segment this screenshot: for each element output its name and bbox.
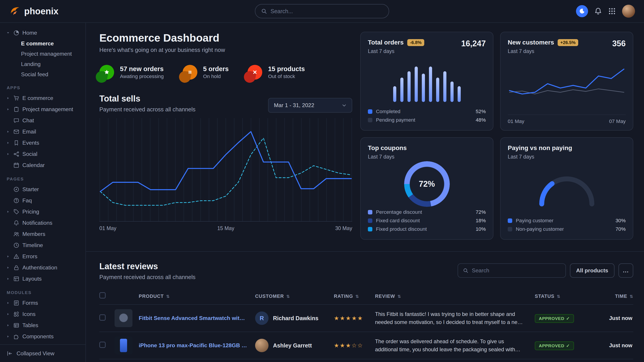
user-avatar[interactable] (622, 5, 635, 18)
brand[interactable]: phoenix (9, 5, 58, 17)
row-checkbox[interactable] (99, 314, 106, 321)
sidebar-item-landing[interactable]: Landing (6, 59, 81, 69)
row-checkbox[interactable] (99, 342, 106, 348)
table-icon (14, 323, 19, 328)
total-orders-bar-chart (368, 54, 486, 107)
sidebar-item-faq[interactable]: Faq (6, 195, 81, 206)
date-range-select[interactable]: Mar 1 - 31, 2022 (268, 98, 352, 113)
total-sells-chart: 01 May15 May30 May (99, 118, 352, 231)
legend-label: Non-paying customer (516, 226, 564, 232)
sidebar-item-timeline[interactable]: Timeline (6, 240, 81, 251)
caret-right-icon (6, 324, 10, 327)
legend-item: Percentage discount72% (368, 208, 486, 216)
card-period: Last 7 days (508, 48, 578, 54)
legend-value: 52% (476, 109, 486, 114)
sidebar-item-tables[interactable]: Tables (6, 320, 81, 331)
product-link[interactable]: iPhone 13 pro max-Pacific Blue-128GB sto… (139, 342, 255, 349)
all-products-button[interactable]: All products (570, 263, 614, 278)
page-title: Ecommerce Dashboard (99, 32, 352, 44)
sidebar-item-email[interactable]: Email (6, 126, 81, 137)
legend-value: 70% (616, 226, 626, 232)
table-row (99, 359, 633, 362)
sidebar-item-chat[interactable]: Chat (6, 115, 81, 126)
sidebar-item-notifications[interactable]: Notifications (6, 217, 81, 229)
column-header-customer[interactable]: CUSTOMER ⇅ (255, 294, 334, 299)
x-axis-label: 30 May (335, 225, 352, 231)
date-range-value: Mar 1 - 31, 2022 (274, 102, 314, 108)
legend-swatch (508, 227, 512, 231)
collapse-sidebar-button[interactable]: Collapsed View (0, 344, 86, 362)
table-row: iPhone 13 pro max-Pacific Blue-128GB sto… (99, 332, 633, 359)
legend-swatch (508, 218, 512, 223)
caret-right-icon (6, 96, 10, 100)
sidebar-item-social-feed[interactable]: Social feed (6, 69, 81, 80)
stat-awating-processing: 57 new ordersAwating processing (99, 65, 164, 80)
sidebar-item-members[interactable]: Members (6, 229, 81, 240)
column-header-time[interactable]: TIME ⇅ (596, 294, 633, 299)
search-icon (261, 8, 267, 14)
sidebar-item-errors[interactable]: Errors (6, 251, 81, 262)
search-input[interactable] (270, 8, 383, 14)
caret-right-icon (6, 152, 10, 156)
legend-item: Pending payment48% (368, 116, 486, 124)
reviews-subtitle: Payment received across all channels (99, 274, 196, 280)
sidebar-item-e-commerce[interactable]: E commerce (6, 38, 81, 49)
sidebar-nav: HomeE commerceProject managementLandingS… (0, 23, 86, 344)
warning-icon (14, 254, 19, 259)
caret-right-icon (6, 255, 10, 258)
column-header-rating[interactable]: RATING ⇅ (334, 294, 375, 299)
reviews-search-input[interactable] (472, 267, 560, 274)
column-header-status[interactable]: STATUS ⇅ (535, 294, 596, 299)
sidebar-item-e-commerce[interactable]: E commerce (6, 93, 81, 104)
column-header-product[interactable]: PRODUCT ⇅ (139, 294, 255, 299)
trend-badge: +26.5% (558, 39, 578, 46)
sidebar-section-apps: APPS (7, 85, 81, 90)
sidebar-item-layouts[interactable]: Layouts (6, 273, 81, 284)
topbar-search (255, 4, 389, 18)
sidebar-item-events[interactable]: Events (6, 137, 81, 148)
sidebar-item-home[interactable]: Home (6, 27, 81, 38)
sidebar-item-calendar[interactable]: Calendar (6, 160, 81, 171)
sidebar-item-project-management[interactable]: Project management (6, 49, 81, 59)
donut-center-value: 72% (404, 161, 450, 207)
legend-label: Pending payment (376, 117, 415, 123)
page-subtitle: Here's what's going on at your business … (99, 47, 352, 53)
column-header-review[interactable]: REVIEW ⇅ (375, 294, 535, 299)
grid-icon (608, 7, 616, 15)
sidebar-item-project-management[interactable]: Project management (6, 104, 81, 115)
product-image (114, 337, 132, 355)
main-content: Ecommerce Dashboard Here's what's going … (86, 23, 644, 362)
users-icon (14, 231, 19, 237)
sidebar-item-icons[interactable]: Icons (6, 309, 81, 320)
more-options-button[interactable]: ... (618, 263, 633, 278)
sidebar-item-social[interactable]: Social (6, 148, 81, 160)
cart-icon (14, 95, 19, 101)
select-all-checkbox[interactable] (99, 292, 106, 299)
table-header: PRODUCT ⇅CUSTOMER ⇅RATING ⇅REVIEW ⇅STATU… (99, 289, 633, 304)
lock-icon (14, 265, 19, 271)
product-image (114, 309, 132, 327)
card-value: 356 (612, 39, 626, 48)
apps-grid-button[interactable] (608, 7, 616, 15)
app-root: phoenix HomeE commerceProject management… (0, 0, 644, 362)
theme-toggle-button[interactable] (576, 5, 588, 17)
sidebar-item-pricing[interactable]: Pricing (6, 206, 81, 217)
product-link[interactable]: Fitbit Sense Advanced Smartwatch with To… (139, 315, 255, 321)
customer-name: Ashley Garrett (273, 342, 312, 349)
sidebar-item-starter[interactable]: Starter (6, 184, 81, 195)
clipboard-icon (14, 106, 19, 112)
form-icon (14, 300, 19, 306)
sidebar-item-forms[interactable]: Forms (6, 297, 81, 309)
review-text: This Fitbit is fantastic! I was trying t… (375, 310, 535, 326)
x-axis-label: 01 May (99, 225, 116, 231)
tag-icon (14, 209, 19, 215)
stat-caption: Out of stock (268, 73, 305, 79)
notifications-button[interactable] (594, 7, 602, 15)
x-icon (248, 65, 262, 80)
sidebar-item-components[interactable]: Components (6, 331, 81, 342)
sidebar-item-authentication[interactable]: Authentication (6, 262, 81, 273)
legend-value: 10% (476, 226, 486, 232)
calendar-icon (14, 162, 19, 168)
caret-right-icon (6, 301, 10, 305)
pie-icon (14, 30, 19, 36)
